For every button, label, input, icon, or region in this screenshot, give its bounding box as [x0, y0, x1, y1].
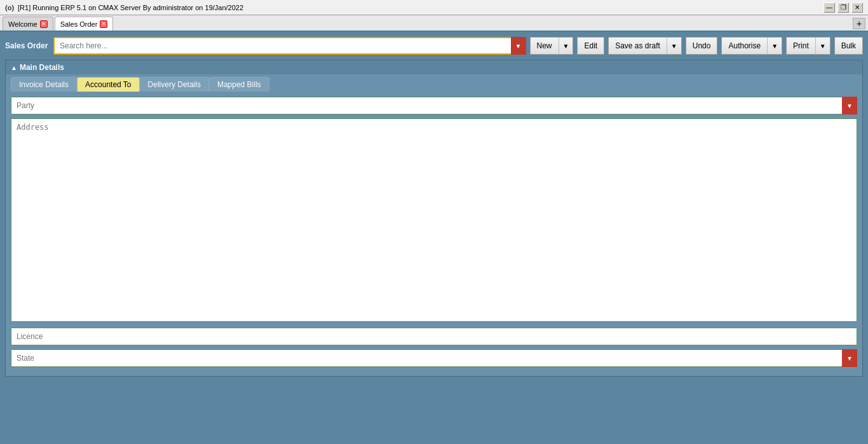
inner-tab-bar: Invoice Details Accounted To Delivery De… [6, 74, 862, 92]
tab-delivery-details-label: Delivery Details [148, 80, 201, 89]
app-tab-bar: Welcome ✕ Sales Order ✕ + [0, 15, 868, 32]
authorise-button[interactable]: Authorise [721, 37, 767, 55]
window-title: [R1] Running ERP 5.1 on CMAX Server By a… [18, 4, 243, 11]
main-content: Sales Order New ▼ Edit Save as draft ▼ U… [0, 32, 868, 444]
licence-input[interactable] [11, 328, 857, 345]
tab-mapped-bills-label: Mapped Bills [217, 80, 261, 89]
new-dropdown-button[interactable]: ▼ [559, 37, 574, 55]
print-button-group: Print ▼ [786, 37, 831, 55]
state-input[interactable] [11, 349, 857, 367]
search-dropdown-button[interactable] [511, 37, 526, 55]
tab-accounted-to-label: Accounted To [85, 80, 132, 89]
state-field-row [11, 349, 857, 367]
save-as-draft-button[interactable]: Save as draft [608, 37, 667, 55]
bulk-button[interactable]: Bulk [834, 37, 863, 55]
tab-welcome-label: Welcome [8, 20, 37, 28]
main-details-panel: ▲ Main Details Invoice Details Accounted… [5, 60, 863, 377]
search-input[interactable] [53, 37, 526, 55]
authorise-dropdown-button[interactable]: ▼ [767, 37, 782, 55]
tab-welcome-close[interactable]: ✕ [40, 20, 48, 28]
toolbar-row: Sales Order New ▼ Edit Save as draft ▼ U… [5, 37, 863, 55]
minimize-button[interactable]: — [824, 3, 835, 13]
party-input[interactable] [11, 97, 857, 114]
tab-sales-order[interactable]: Sales Order ✕ [55, 17, 114, 31]
print-button[interactable]: Print [786, 37, 815, 55]
tab-delivery-details[interactable]: Delivery Details [140, 77, 209, 92]
add-tab-button[interactable]: + [853, 18, 865, 29]
undo-button[interactable]: Undo [686, 37, 718, 55]
authorise-button-group: Authorise ▼ [721, 37, 782, 55]
tab-sales-order-label: Sales Order [60, 20, 98, 28]
search-container [53, 37, 526, 55]
address-textarea[interactable] [11, 118, 857, 322]
panel-toggle-icon: ▲ [11, 64, 17, 71]
state-dropdown-button[interactable] [842, 349, 857, 367]
sales-order-label: Sales Order [5, 41, 50, 50]
tab-mapped-bills[interactable]: Mapped Bills [209, 77, 269, 92]
party-field-row [11, 97, 857, 114]
app-icon: (o) [5, 4, 14, 11]
licence-field-row [11, 328, 857, 345]
new-button[interactable]: New [530, 37, 559, 55]
save-as-draft-button-group: Save as draft ▼ [608, 37, 682, 55]
panel-title: Main Details [20, 63, 64, 72]
restore-button[interactable]: ❐ [837, 3, 849, 13]
party-dropdown-button[interactable] [842, 97, 857, 114]
save-as-draft-dropdown-button[interactable]: ▼ [667, 37, 682, 55]
address-field-row [11, 118, 857, 324]
edit-button[interactable]: Edit [577, 37, 604, 55]
close-button[interactable]: ✕ [851, 3, 863, 13]
tab-invoice-details-label: Invoice Details [19, 80, 69, 89]
title-bar: (o) [R1] Running ERP 5.1 on CMAX Server … [0, 0, 868, 15]
print-dropdown-button[interactable]: ▼ [815, 37, 831, 55]
window-controls: — ❐ ✕ [824, 3, 863, 13]
panel-header[interactable]: ▲ Main Details [6, 60, 862, 74]
title-bar-left: (o) [R1] Running ERP 5.1 on CMAX Server … [5, 4, 243, 11]
tab-content [6, 92, 862, 376]
tab-invoice-details[interactable]: Invoice Details [11, 77, 77, 92]
tab-accounted-to[interactable]: Accounted To [77, 77, 140, 92]
tab-welcome[interactable]: Welcome ✕ [3, 17, 53, 31]
new-button-group: New ▼ [530, 37, 574, 55]
tab-sales-order-close[interactable]: ✕ [100, 20, 107, 28]
